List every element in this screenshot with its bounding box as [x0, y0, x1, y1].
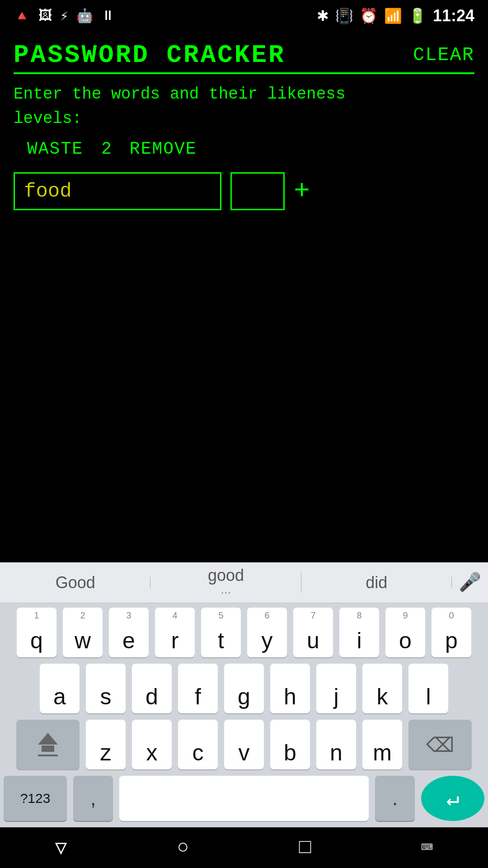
suggestion-dots: ··· — [221, 585, 231, 599]
key-h[interactable]: h — [270, 664, 310, 713]
key-s[interactable]: s — [86, 664, 126, 713]
key-bottom-row: ?123 , . ↵ — [0, 776, 488, 827]
period-key[interactable]: . — [375, 776, 415, 821]
key-j[interactable]: j — [316, 664, 356, 713]
add-button[interactable]: + — [294, 178, 310, 205]
key-rows-container: 1 q 2 w 3 e 4 r 5 t 6 y — [0, 603, 488, 769]
nav-recents-button[interactable]: □ — [299, 836, 311, 859]
app-content: PASSWORD CRACKER CLEAR Enter the words a… — [0, 32, 488, 224]
comma-key[interactable]: , — [73, 776, 113, 821]
image-icon: 🖼 — [38, 8, 52, 24]
key-x[interactable]: x — [132, 720, 172, 769]
key-f[interactable]: f — [178, 664, 218, 713]
key-l[interactable]: l — [408, 664, 448, 713]
signal-icon: 📶 — [384, 7, 402, 24]
backspace-icon: ⌫ — [426, 733, 454, 756]
mic-icon[interactable]: 🎤 — [452, 571, 488, 594]
shift-button[interactable] — [16, 720, 80, 769]
key-t[interactable]: 5 t — [201, 608, 241, 657]
key-k[interactable]: k — [362, 664, 402, 713]
key-v[interactable]: v — [224, 720, 264, 769]
key-d[interactable]: d — [132, 664, 172, 713]
key-row-1: 1 q 2 w 3 e 4 r 5 t 6 y — [4, 608, 484, 657]
title-row: PASSWORD CRACKER CLEAR — [14, 41, 474, 70]
key-z[interactable]: z — [86, 720, 126, 769]
nav-back-button[interactable]: ▽ — [55, 835, 67, 860]
remove-button[interactable]: REMOVE — [130, 139, 197, 159]
number-input[interactable] — [230, 172, 285, 210]
key-r[interactable]: 4 r — [155, 608, 195, 657]
description-line1: Enter the words and their likeness — [14, 85, 346, 104]
shift-arrow-icon — [38, 733, 58, 756]
enter-button[interactable]: ↵ — [421, 776, 484, 821]
key-q[interactable]: 1 q — [17, 608, 56, 657]
suggestion-bar: Good good ··· did 🎤 — [0, 562, 488, 603]
key-y[interactable]: 6 y — [247, 608, 287, 657]
key-m[interactable]: m — [362, 720, 402, 769]
key-o[interactable]: 9 o — [385, 608, 425, 657]
alarm-icon: ⏰ — [360, 7, 378, 24]
key-p[interactable]: 0 p — [432, 608, 471, 657]
key-a[interactable]: a — [40, 664, 80, 713]
suggestion-good[interactable]: good ··· — [150, 566, 301, 599]
key-n[interactable]: n — [316, 720, 356, 769]
word-entry-number: 2 — [101, 139, 112, 159]
lightning-icon: ⚡ — [60, 8, 68, 24]
android-icon: 🤖 — [76, 8, 93, 24]
key-e[interactable]: 3 e — [109, 608, 149, 657]
vlc-icon: 🔺 — [14, 8, 30, 24]
word-entry-row: WASTE 2 REMOVE — [14, 139, 474, 159]
suggestion-did[interactable]: did — [301, 573, 452, 592]
nav-home-button[interactable]: ○ — [177, 836, 189, 859]
keyboard-area: Good good ··· did 🎤 1 q 2 w 3 e — [0, 562, 488, 827]
word-entry-label: WASTE — [27, 139, 83, 159]
enter-icon: ↵ — [446, 785, 460, 812]
title-divider — [14, 72, 474, 74]
backspace-button[interactable]: ⌫ — [408, 720, 472, 769]
key-i[interactable]: 8 i — [339, 608, 379, 657]
status-icons-left: 🔺 🖼 ⚡ 🤖 ⏸ — [14, 8, 115, 24]
status-time: 11:24 — [433, 6, 474, 25]
status-bar: 🔺 🖼 ⚡ 🤖 ⏸ ✱ 📳 ⏰ 📶 🔋 11:24 — [0, 0, 488, 32]
new-entry-row: + — [14, 172, 474, 210]
key-row-3: z x c v b n m ⌫ — [4, 720, 484, 769]
nav-bar: ▽ ○ □ ⌨ — [0, 827, 488, 868]
word-input[interactable] — [14, 172, 221, 210]
key-g[interactable]: g — [224, 664, 264, 713]
key-w[interactable]: 2 w — [63, 608, 103, 657]
space-key[interactable] — [119, 776, 369, 821]
status-icons-right: ✱ 📳 ⏰ 📶 🔋 11:24 — [317, 6, 474, 25]
description-text: Enter the words and their likeness level… — [14, 82, 474, 131]
key-c[interactable]: c — [178, 720, 218, 769]
key-b[interactable]: b — [270, 720, 310, 769]
key-u[interactable]: 7 u — [293, 608, 333, 657]
symbols-button[interactable]: ?123 — [4, 776, 67, 821]
suggestion-good-cap[interactable]: Good — [0, 573, 150, 592]
vibrate-icon: 📳 — [335, 7, 353, 24]
key-row-2: a s d f g h j k l — [4, 664, 484, 713]
nav-keyboard-button[interactable]: ⌨ — [421, 835, 433, 860]
app-title: PASSWORD CRACKER — [14, 41, 286, 70]
bluetooth-icon: ✱ — [317, 7, 329, 24]
pause-icon: ⏸ — [101, 8, 115, 24]
clear-button[interactable]: CLEAR — [413, 44, 474, 66]
battery-icon: 🔋 — [408, 7, 427, 24]
description-line2: levels: — [14, 109, 82, 128]
